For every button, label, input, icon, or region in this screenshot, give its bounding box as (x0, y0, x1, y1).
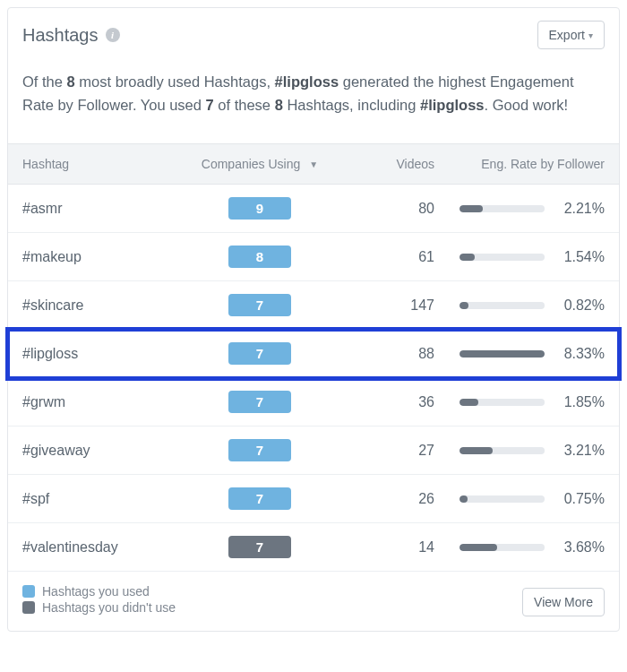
panel-footer: Hashtags you used Hashtags you didn't us… (8, 571, 619, 631)
hashtag-cell: #spf (22, 491, 175, 507)
chevron-down-icon: ▾ (588, 30, 593, 40)
hashtags-panel: Hashtags i Export ▾ Of the 8 most broadl… (7, 7, 620, 632)
summary-fragment: most broadly used Hashtags, (75, 73, 275, 90)
videos-cell: 27 (345, 443, 434, 459)
hashtag-cell: #skincare (22, 297, 175, 314)
summary-count: 8 (275, 97, 283, 113)
table-row[interactable]: #grwm7361.85% (8, 378, 619, 426)
summary-fragment: Of the (22, 73, 67, 90)
engagement-bar (460, 544, 545, 551)
engagement-bar (460, 205, 545, 212)
engagement-cell: 1.54% (434, 249, 605, 265)
table-row[interactable]: #skincare71470.82% (8, 281, 619, 330)
companies-pill: 7 (228, 342, 291, 365)
companies-pill: 7 (228, 391, 291, 413)
engagement-bar-fill (460, 302, 468, 309)
engagement-value: 3.21% (555, 443, 605, 459)
engagement-cell: 0.82% (434, 297, 605, 314)
table-header: Hashtag Companies Using ▼ Videos Eng. Ra… (8, 143, 619, 185)
companies-cell: 7 (175, 536, 345, 558)
hashtag-cell: #makeup (22, 249, 175, 265)
summary-top-tag: #lipgloss (420, 97, 485, 113)
col-companies[interactable]: Companies Using ▼ (175, 157, 345, 171)
legend-used: Hashtags you used (22, 584, 176, 599)
info-icon[interactable]: i (106, 28, 120, 42)
videos-cell: 147 (345, 297, 434, 314)
table-row[interactable]: #spf7260.75% (8, 475, 619, 523)
legend-not-used: Hashtags you didn't use (22, 600, 176, 615)
panel-header: Hashtags i Export ▾ (8, 8, 619, 62)
companies-pill: 7 (228, 439, 291, 461)
engagement-bar (460, 447, 545, 454)
engagement-cell: 3.68% (434, 539, 605, 556)
legend: Hashtags you used Hashtags you didn't us… (22, 582, 176, 616)
engagement-bar-fill (460, 254, 475, 261)
table-row[interactable]: #valentinesday7143.68% (8, 523, 619, 571)
engagement-cell: 0.75% (434, 491, 605, 507)
col-hashtag[interactable]: Hashtag (22, 157, 175, 171)
table-row[interactable]: #giveaway7273.21% (8, 426, 619, 475)
col-companies-label: Companies Using (202, 157, 301, 171)
videos-cell: 61 (345, 249, 434, 265)
summary-count: 8 (67, 73, 75, 90)
engagement-value: 3.68% (555, 539, 605, 556)
summary-fragment: . Good work! (485, 97, 569, 113)
export-label: Export (549, 28, 585, 42)
videos-cell: 88 (345, 346, 434, 362)
engagement-value: 0.75% (555, 491, 605, 507)
table-row[interactable]: #lipgloss7888.33% (8, 330, 619, 378)
engagement-bar-fill (460, 350, 545, 358)
legend-swatch-used (22, 585, 35, 598)
legend-used-label: Hashtags you used (42, 584, 150, 599)
col-engagement[interactable]: Eng. Rate by Follower (434, 157, 605, 171)
hashtag-cell: #grwm (22, 394, 175, 410)
view-more-label: View More (534, 595, 593, 609)
engagement-bar-fill (460, 544, 497, 551)
videos-cell: 26 (345, 491, 434, 507)
engagement-cell: 2.21% (434, 201, 605, 217)
engagement-bar-fill (460, 447, 493, 454)
engagement-value: 1.54% (555, 249, 605, 265)
engagement-bar (460, 399, 545, 406)
companies-pill: 7 (228, 294, 291, 316)
hashtag-cell: #lipgloss (22, 346, 175, 362)
hashtag-cell: #valentinesday (22, 539, 175, 556)
engagement-bar-fill (460, 399, 478, 406)
companies-pill: 7 (228, 536, 291, 558)
companies-cell: 7 (175, 342, 345, 365)
summary-text: Of the 8 most broadly used Hashtags, #li… (8, 62, 619, 143)
panel-title: Hashtags i (22, 25, 120, 46)
table-row[interactable]: #asmr9802.21% (8, 185, 619, 233)
videos-cell: 80 (345, 201, 434, 217)
companies-cell: 8 (175, 246, 345, 268)
engagement-cell: 8.33% (434, 346, 605, 362)
companies-pill: 9 (228, 197, 291, 220)
hashtag-cell: #giveaway (22, 443, 175, 459)
engagement-bar-fill (460, 205, 483, 212)
summary-fragment: Hashtags, including (283, 97, 420, 113)
col-videos[interactable]: Videos (345, 157, 434, 171)
engagement-bar (460, 495, 545, 503)
engagement-value: 0.82% (555, 297, 605, 314)
table-row[interactable]: #makeup8611.54% (8, 233, 619, 281)
videos-cell: 36 (345, 394, 434, 410)
engagement-value: 8.33% (555, 346, 605, 362)
hashtag-cell: #asmr (22, 201, 175, 217)
legend-swatch-not-used (22, 601, 35, 614)
legend-not-used-label: Hashtags you didn't use (42, 600, 176, 615)
export-button[interactable]: Export ▾ (537, 21, 605, 49)
engagement-bar (460, 302, 545, 309)
page-title: Hashtags (22, 25, 99, 46)
companies-cell: 7 (175, 391, 345, 413)
table-body: #asmr9802.21%#makeup8611.54%#skincare714… (8, 185, 619, 571)
sort-desc-icon: ▼ (309, 159, 318, 169)
companies-cell: 7 (175, 294, 345, 316)
companies-pill: 8 (228, 246, 291, 268)
view-more-button[interactable]: View More (522, 588, 605, 616)
engagement-cell: 1.85% (434, 394, 605, 410)
summary-used-count: 7 (206, 97, 214, 113)
engagement-value: 1.85% (555, 394, 605, 410)
engagement-cell: 3.21% (434, 443, 605, 459)
summary-fragment: of these (214, 97, 275, 113)
companies-cell: 9 (175, 197, 345, 220)
